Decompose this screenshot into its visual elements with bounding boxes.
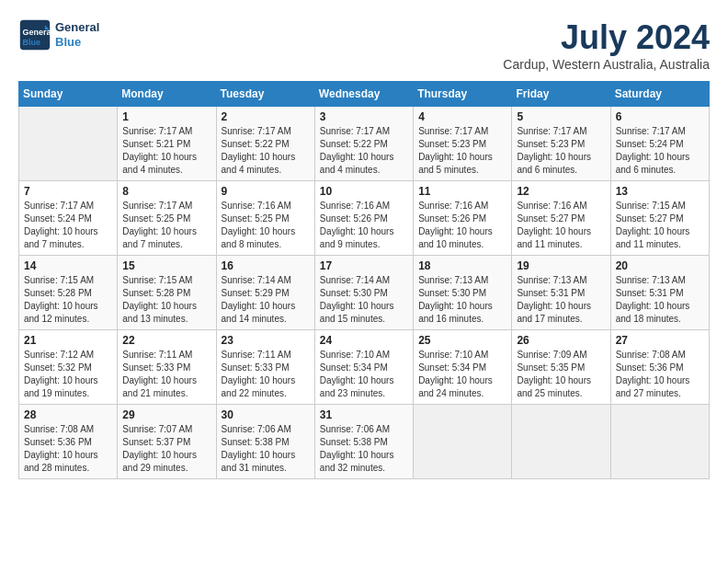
day-info: Sunrise: 7:08 AM Sunset: 5:36 PM Dayligh… (24, 423, 112, 475)
calendar-cell: 14Sunrise: 7:15 AM Sunset: 5:28 PM Dayli… (19, 256, 118, 330)
day-info: Sunrise: 7:17 AM Sunset: 5:22 PM Dayligh… (222, 125, 310, 177)
week-row-1: 1Sunrise: 7:17 AM Sunset: 5:21 PM Daylig… (19, 107, 710, 181)
calendar-cell: 15Sunrise: 7:15 AM Sunset: 5:28 PM Dayli… (118, 256, 216, 330)
day-number: 21 (24, 334, 112, 347)
calendar-cell: 27Sunrise: 7:08 AM Sunset: 5:36 PM Dayli… (610, 330, 709, 405)
day-number: 8 (122, 185, 210, 198)
day-info: Sunrise: 7:10 AM Sunset: 5:34 PM Dayligh… (320, 349, 408, 400)
day-info: Sunrise: 7:13 AM Sunset: 5:30 PM Dayligh… (418, 274, 506, 326)
calendar-cell: 1Sunrise: 7:17 AM Sunset: 5:21 PM Daylig… (118, 107, 216, 181)
day-number: 17 (320, 259, 408, 272)
calendar-cell: 16Sunrise: 7:14 AM Sunset: 5:29 PM Dayli… (216, 256, 314, 330)
calendar-cell: 13Sunrise: 7:15 AM Sunset: 5:27 PM Dayli… (610, 181, 709, 256)
day-info: Sunrise: 7:07 AM Sunset: 5:37 PM Dayligh… (122, 423, 210, 475)
day-info: Sunrise: 7:13 AM Sunset: 5:31 PM Dayligh… (517, 274, 605, 326)
day-info: Sunrise: 7:09 AM Sunset: 5:35 PM Dayligh… (517, 349, 605, 400)
day-number: 4 (418, 110, 506, 123)
day-number: 16 (222, 259, 310, 272)
day-number: 10 (320, 185, 408, 198)
calendar-cell: 3Sunrise: 7:17 AM Sunset: 5:22 PM Daylig… (314, 107, 413, 181)
day-number: 23 (222, 334, 310, 347)
weekday-header-wednesday: Wednesday (314, 82, 413, 107)
calendar-cell: 24Sunrise: 7:10 AM Sunset: 5:34 PM Dayli… (314, 330, 413, 405)
day-info: Sunrise: 7:17 AM Sunset: 5:21 PM Dayligh… (122, 125, 210, 177)
calendar-cell: 21Sunrise: 7:12 AM Sunset: 5:32 PM Dayli… (19, 330, 118, 405)
calendar-cell: 31Sunrise: 7:06 AM Sunset: 5:38 PM Dayli… (314, 405, 413, 479)
day-number: 30 (222, 408, 310, 421)
day-info: Sunrise: 7:17 AM Sunset: 5:24 PM Dayligh… (616, 125, 704, 177)
calendar-table: SundayMondayTuesdayWednesdayThursdayFrid… (18, 81, 710, 479)
day-info: Sunrise: 7:11 AM Sunset: 5:33 PM Dayligh… (222, 349, 310, 400)
calendar-cell (610, 405, 709, 479)
weekday-header-sunday: Sunday (19, 82, 118, 107)
weekday-header-friday: Friday (512, 82, 610, 107)
day-number: 22 (122, 334, 210, 347)
calendar-cell: 5Sunrise: 7:17 AM Sunset: 5:23 PM Daylig… (512, 107, 610, 181)
week-row-4: 21Sunrise: 7:12 AM Sunset: 5:32 PM Dayli… (19, 330, 710, 405)
logo-icon: General Blue (18, 18, 51, 52)
calendar-cell: 19Sunrise: 7:13 AM Sunset: 5:31 PM Dayli… (512, 256, 610, 330)
day-info: Sunrise: 7:17 AM Sunset: 5:24 PM Dayligh… (24, 200, 112, 251)
logo-text-general: General (55, 20, 99, 35)
day-info: Sunrise: 7:13 AM Sunset: 5:31 PM Dayligh… (616, 274, 704, 326)
day-number: 27 (616, 334, 704, 347)
day-info: Sunrise: 7:14 AM Sunset: 5:29 PM Dayligh… (222, 274, 310, 326)
calendar-cell: 26Sunrise: 7:09 AM Sunset: 5:35 PM Dayli… (512, 330, 610, 405)
calendar-cell: 6Sunrise: 7:17 AM Sunset: 5:24 PM Daylig… (610, 107, 709, 181)
day-info: Sunrise: 7:15 AM Sunset: 5:28 PM Dayligh… (122, 274, 210, 326)
day-info: Sunrise: 7:16 AM Sunset: 5:25 PM Dayligh… (222, 200, 310, 251)
day-info: Sunrise: 7:15 AM Sunset: 5:28 PM Dayligh… (24, 274, 112, 326)
day-info: Sunrise: 7:17 AM Sunset: 5:23 PM Dayligh… (517, 125, 605, 177)
day-number: 1 (122, 110, 210, 123)
day-info: Sunrise: 7:17 AM Sunset: 5:22 PM Dayligh… (320, 125, 408, 177)
calendar-cell: 11Sunrise: 7:16 AM Sunset: 5:26 PM Dayli… (414, 181, 512, 256)
calendar-cell (414, 405, 512, 479)
day-info: Sunrise: 7:16 AM Sunset: 5:26 PM Dayligh… (418, 200, 506, 251)
month-year-title: July 2024 (503, 18, 710, 57)
day-number: 14 (24, 259, 112, 272)
day-number: 19 (517, 259, 605, 272)
day-info: Sunrise: 7:17 AM Sunset: 5:25 PM Dayligh… (122, 200, 210, 251)
day-info: Sunrise: 7:10 AM Sunset: 5:34 PM Dayligh… (418, 349, 506, 400)
calendar-cell: 7Sunrise: 7:17 AM Sunset: 5:24 PM Daylig… (19, 181, 118, 256)
title-area: July 2024 Cardup, Western Australia, Aus… (503, 18, 710, 72)
week-row-5: 28Sunrise: 7:08 AM Sunset: 5:36 PM Dayli… (19, 405, 710, 479)
calendar-cell: 9Sunrise: 7:16 AM Sunset: 5:25 PM Daylig… (216, 181, 314, 256)
day-number: 18 (418, 259, 506, 272)
calendar-cell: 29Sunrise: 7:07 AM Sunset: 5:37 PM Dayli… (118, 405, 216, 479)
calendar-cell: 17Sunrise: 7:14 AM Sunset: 5:30 PM Dayli… (314, 256, 413, 330)
day-info: Sunrise: 7:16 AM Sunset: 5:26 PM Dayligh… (320, 200, 408, 251)
weekday-header-monday: Monday (118, 82, 216, 107)
day-number: 31 (320, 408, 408, 421)
day-number: 6 (616, 110, 704, 123)
day-number: 3 (320, 110, 408, 123)
calendar-cell (512, 405, 610, 479)
day-number: 5 (517, 110, 605, 123)
day-info: Sunrise: 7:17 AM Sunset: 5:23 PM Dayligh… (418, 125, 506, 177)
calendar-cell: 10Sunrise: 7:16 AM Sunset: 5:26 PM Dayli… (314, 181, 413, 256)
day-number: 20 (616, 259, 704, 272)
day-info: Sunrise: 7:06 AM Sunset: 5:38 PM Dayligh… (222, 423, 310, 475)
week-row-2: 7Sunrise: 7:17 AM Sunset: 5:24 PM Daylig… (19, 181, 710, 256)
day-info: Sunrise: 7:08 AM Sunset: 5:36 PM Dayligh… (616, 349, 704, 400)
day-number: 2 (222, 110, 310, 123)
page-header: General Blue General Blue July 2024 Card… (18, 18, 710, 72)
calendar-cell: 25Sunrise: 7:10 AM Sunset: 5:34 PM Dayli… (414, 330, 512, 405)
calendar-cell: 23Sunrise: 7:11 AM Sunset: 5:33 PM Dayli… (216, 330, 314, 405)
day-number: 29 (122, 408, 210, 421)
calendar-cell: 22Sunrise: 7:11 AM Sunset: 5:33 PM Dayli… (118, 330, 216, 405)
day-number: 28 (24, 408, 112, 421)
calendar-cell: 8Sunrise: 7:17 AM Sunset: 5:25 PM Daylig… (118, 181, 216, 256)
day-number: 12 (517, 185, 605, 198)
calendar-cell: 18Sunrise: 7:13 AM Sunset: 5:30 PM Dayli… (414, 256, 512, 330)
calendar-cell (19, 107, 118, 181)
day-info: Sunrise: 7:06 AM Sunset: 5:38 PM Dayligh… (320, 423, 408, 475)
calendar-cell: 20Sunrise: 7:13 AM Sunset: 5:31 PM Dayli… (610, 256, 709, 330)
weekday-header-thursday: Thursday (414, 82, 512, 107)
day-number: 25 (418, 334, 506, 347)
day-info: Sunrise: 7:14 AM Sunset: 5:30 PM Dayligh… (320, 274, 408, 326)
day-number: 26 (517, 334, 605, 347)
day-info: Sunrise: 7:16 AM Sunset: 5:27 PM Dayligh… (517, 200, 605, 251)
day-number: 7 (24, 185, 112, 198)
calendar-cell: 2Sunrise: 7:17 AM Sunset: 5:22 PM Daylig… (216, 107, 314, 181)
